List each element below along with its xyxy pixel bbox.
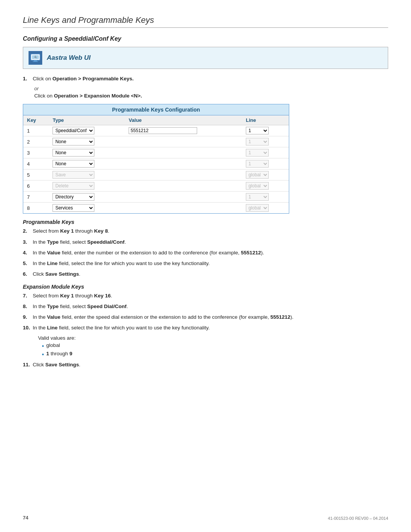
cell-key-5: 5 [23,169,49,181]
type-select-1[interactable]: Speeddial/ConfNoneSaveDeleteDirectorySer… [53,127,94,134]
cell-key-6: 6 [23,181,49,192]
bullet-1through9: • 1 through 9 [42,351,388,358]
svg-rect-5 [34,56,37,57]
page-footer: 74 41-001523-00 REV00 – 04.2014 [23,515,388,521]
type-select-3[interactable]: NoneSpeeddial/ConfSaveDeleteDirectorySer… [53,149,94,157]
section-title: Configuring a Speeddial/Conf Key [23,35,388,42]
step-10: 10. In the Line field, select the line f… [23,324,388,332]
type-select-4[interactable]: NoneSpeeddial/ConfSaveDeleteDirectorySer… [53,160,94,168]
step-9: 9. In the Value field, enter the speed d… [23,313,388,321]
valid-values-label: Valid values are: [38,335,388,341]
line-select-6[interactable]: 123456789global [246,182,269,190]
svg-rect-7 [34,58,36,58]
type-select-8[interactable]: ServicesSpeeddial/ConfNoneSaveDeleteDire… [53,204,94,212]
cell-line-4[interactable]: 123456789global [242,158,289,169]
col-header-type: Type [49,115,125,125]
cell-value-6[interactable] [125,181,242,192]
bullet-dot-1through9: • [42,351,44,358]
bullet-global: • global [42,342,388,350]
svg-rect-6 [34,57,37,58]
cell-key-7: 7 [23,192,49,203]
svg-rect-2 [34,60,37,61]
cell-line-5[interactable]: 123456789global [242,169,289,181]
table-row: 3NoneSpeeddial/ConfSaveDeleteDirectorySe… [23,147,289,158]
cell-key-2: 2 [23,136,49,147]
webui-title: Aastra Web UI [47,54,91,62]
table-row: 4NoneSpeeddial/ConfSaveDeleteDirectorySe… [23,158,289,169]
webui-box: Aastra Web UI [23,47,388,69]
cell-value-2[interactable] [125,136,242,147]
line-select-4[interactable]: 123456789global [246,160,269,168]
cell-type-3[interactable]: NoneSpeeddial/ConfSaveDeleteDirectorySer… [49,147,125,158]
svg-rect-3 [33,61,38,62]
cell-value-4[interactable] [125,158,242,169]
step-2: 2. Select from Key 1 through Key 8. [23,227,388,235]
cell-value-7[interactable] [125,192,242,203]
value-input-1[interactable] [129,127,197,134]
line-select-3[interactable]: 123456789global [246,149,269,157]
cell-value-3[interactable] [125,147,242,158]
col-header-key: Key [23,115,49,125]
webui-icon [29,51,42,65]
page-title: Line Keys and Programmable Keys [23,15,154,25]
config-table: Key Type Value Line 1Speeddial/ConfNoneS… [23,115,289,213]
step-3: 3. In the Type field, select Speeddial/C… [23,238,388,246]
step-7: 7. Select from Key 1 through Key 16. [23,292,388,300]
step-5: 5. In the Line field, select the line fo… [23,260,388,267]
step-4: 4. In the Value field, enter the number … [23,249,388,257]
bullet-dot-global: • [42,342,44,350]
type-select-2[interactable]: NoneSpeeddial/ConfSaveDeleteDirectorySer… [53,138,94,145]
table-row: 2NoneSpeeddial/ConfSaveDeleteDirectorySe… [23,136,289,147]
table-row: 1Speeddial/ConfNoneSaveDeleteDirectorySe… [23,125,289,136]
bullet-text-global: global [46,342,60,348]
footer-doc-number: 41-001523-00 REV00 – 04.2014 [328,516,388,521]
col-header-value: Value [125,115,242,125]
cell-key-1: 1 [23,125,49,136]
cell-line-1[interactable]: 123456789global [242,125,289,136]
cell-type-5[interactable]: SaveSpeeddial/ConfNoneDeleteDirectorySer… [49,169,125,181]
cell-value-8[interactable] [125,203,242,214]
col-header-line: Line [242,115,289,125]
cell-type-2[interactable]: NoneSpeeddial/ConfSaveDeleteDirectorySer… [49,136,125,147]
footer-page-number: 74 [23,515,28,521]
cell-type-4[interactable]: NoneSpeeddial/ConfSaveDeleteDirectorySer… [49,158,125,169]
cell-type-7[interactable]: DirectorySpeeddial/ConfNoneSaveDeleteSer… [49,192,125,203]
cell-line-6[interactable]: 123456789global [242,181,289,192]
cell-line-2[interactable]: 123456789global [242,136,289,147]
cell-key-3: 3 [23,147,49,158]
cell-key-4: 4 [23,158,49,169]
step-6: 6. Click Save Settings. [23,270,388,278]
line-select-2[interactable]: 123456789global [246,138,269,145]
cell-line-7[interactable]: 123456789global [242,192,289,203]
step-1-alt: Click on Operation > Expansion Module <N… [34,93,388,99]
table-row: 6DeleteSpeeddial/ConfNoneSaveDirectorySe… [23,181,289,192]
type-select-5[interactable]: SaveSpeeddial/ConfNoneDeleteDirectorySer… [53,171,94,179]
bullet-list: • global • 1 through 9 [42,342,388,358]
table-row: 8ServicesSpeeddial/ConfNoneSaveDeleteDir… [23,203,289,214]
cell-type-6[interactable]: DeleteSpeeddial/ConfNoneSaveDirectorySer… [49,181,125,192]
page-content: Line Keys and Programmable Keys Configur… [0,0,411,395]
programmable-keys-title: Programmable Keys [23,219,388,225]
cell-type-8[interactable]: ServicesSpeeddial/ConfNoneSaveDeleteDire… [49,203,125,214]
cell-line-8[interactable]: 123456789global [242,203,289,214]
line-select-5[interactable]: 123456789global [246,171,269,179]
config-table-title: Programmable Keys Configuration [23,104,289,115]
cell-value-1[interactable] [125,125,242,136]
table-row: 7DirectorySpeeddial/ConfNoneSaveDeleteSe… [23,192,289,203]
cell-line-3[interactable]: 123456789global [242,147,289,158]
line-select-1[interactable]: 123456789global [246,127,269,134]
step-1: 1. Click on Operation > Programmable Key… [23,75,388,83]
page-header: Line Keys and Programmable Keys [23,15,388,28]
line-select-8[interactable]: 123456789global [246,204,269,212]
cell-type-1[interactable]: Speeddial/ConfNoneSaveDeleteDirectorySer… [49,125,125,136]
cell-value-5[interactable] [125,169,242,181]
expansion-module-title: Expansion Module Keys [23,284,388,290]
config-box: Programmable Keys Configuration Key Type… [23,104,289,214]
table-row: 5SaveSpeeddial/ConfNoneDeleteDirectorySe… [23,169,289,181]
type-select-7[interactable]: DirectorySpeeddial/ConfNoneSaveDeleteSer… [53,193,94,201]
step-8: 8. In the Type field, select Speed Dial/… [23,303,388,310]
line-select-7[interactable]: 123456789global [246,193,269,201]
type-select-6[interactable]: DeleteSpeeddial/ConfNoneSaveDirectorySer… [53,182,94,190]
bullet-text-1through9: 1 through 9 [46,351,72,356]
step-11: 11. Click Save Settings. [23,361,388,369]
